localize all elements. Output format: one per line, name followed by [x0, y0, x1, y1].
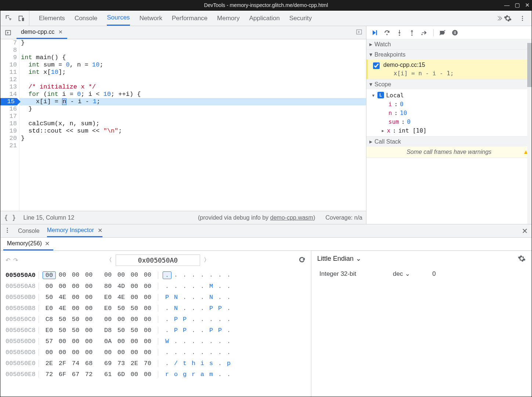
memory-ascii-char[interactable]: . — [207, 349, 216, 356]
breakpoints-header[interactable]: Breakpoints — [366, 50, 532, 59]
memory-byte[interactable]: 00 — [82, 305, 95, 312]
kebab-menu-icon[interactable] — [519, 15, 526, 22]
memory-byte[interactable]: 00 — [82, 349, 95, 356]
memory-byte[interactable]: 61 — [101, 371, 115, 378]
memory-byte[interactable]: 00 — [56, 338, 69, 345]
memory-ascii-char[interactable]: m — [207, 371, 216, 378]
memory-ascii-char[interactable]: . — [189, 338, 198, 345]
window-close-icon[interactable]: ✕ — [525, 2, 530, 8]
memory-byte[interactable]: 00 — [141, 371, 154, 378]
memory-ascii-char[interactable]: P — [163, 294, 171, 301]
scope-header[interactable]: Scope — [366, 79, 532, 89]
step-out-icon[interactable] — [408, 29, 416, 36]
memory-byte[interactable]: 00 — [82, 271, 95, 279]
memory-ascii-char[interactable]: . — [207, 316, 216, 323]
memory-ascii-char[interactable]: h — [189, 360, 198, 367]
memory-ascii-char[interactable]: . — [163, 271, 171, 279]
memory-row[interactable]: 005050C0C850500000000000.PP..... — [6, 314, 306, 325]
memory-ascii-char[interactable]: . — [216, 316, 224, 323]
memory-ascii-char[interactable]: . — [216, 349, 224, 356]
memory-ascii-char[interactable]: P — [207, 327, 216, 334]
memory-byte[interactable]: 00 — [82, 327, 95, 334]
sidebar-scrollbar[interactable] — [527, 39, 532, 224]
line-number[interactable]: 14 — [0, 91, 17, 98]
memory-ascii-char[interactable]: . — [198, 283, 207, 290]
memory-byte[interactable]: 50 — [56, 316, 69, 323]
memory-byte[interactable]: 00 — [101, 316, 115, 323]
memory-byte[interactable]: 00 — [128, 371, 141, 378]
memory-ascii-char[interactable]: P — [171, 327, 180, 334]
memory-ascii-char[interactable]: . — [180, 283, 189, 290]
memory-byte[interactable]: 00 — [69, 349, 82, 356]
step-over-icon[interactable] — [383, 29, 391, 36]
line-number[interactable]: 17 — [0, 113, 17, 120]
window-minimize-icon[interactable]: — — [504, 2, 510, 8]
memory-ascii-char[interactable]: . — [198, 271, 207, 279]
page-next-icon[interactable]: 〉 — [204, 256, 210, 264]
memory-ascii-char[interactable]: N — [171, 305, 180, 312]
memory-ascii-char[interactable]: . — [224, 371, 233, 378]
memory-byte[interactable]: 50 — [128, 327, 141, 334]
memory-ascii-char[interactable]: . — [216, 371, 224, 378]
code-line[interactable]: std::cout << sum << "\n"; — [19, 127, 366, 135]
memory-byte[interactable]: 2E — [128, 360, 141, 367]
memory-byte[interactable]: 50 — [115, 305, 128, 312]
memory-row[interactable]: 005050B8E04E0000E0505000.N...PP. — [6, 303, 306, 314]
tab-application[interactable]: Application — [249, 11, 280, 26]
memory-byte[interactable]: 50 — [115, 327, 128, 334]
memory-ascii-char[interactable]: a — [198, 371, 207, 378]
memory-ascii-char[interactable]: . — [189, 316, 198, 323]
memory-ascii-char[interactable]: . — [224, 327, 233, 334]
line-number[interactable]: 18 — [0, 120, 17, 127]
pretty-print-icon[interactable]: { } — [4, 214, 16, 221]
line-number[interactable]: 7 — [0, 39, 17, 47]
code-line[interactable]: x[i] = n - i - 1; — [19, 98, 366, 105]
run-snippet-icon[interactable] — [356, 29, 362, 37]
memory-byte[interactable]: 50 — [43, 294, 56, 301]
memory-ascii-char[interactable]: . — [198, 338, 207, 345]
inspect-element-icon[interactable] — [5, 14, 13, 22]
memory-ascii-char[interactable]: p — [224, 360, 233, 367]
tab-console[interactable]: Console — [75, 11, 97, 26]
memory-ascii-char[interactable]: . — [163, 316, 171, 323]
memory-ascii-char[interactable]: P — [171, 316, 180, 323]
line-number[interactable]: 8 — [0, 47, 17, 54]
memory-byte[interactable]: 50 — [56, 327, 69, 334]
memory-ascii-char[interactable]: M — [207, 283, 216, 290]
drawer-close-icon[interactable]: ✕ — [522, 227, 528, 235]
code-line[interactable]: } — [19, 105, 366, 113]
memory-byte[interactable]: 00 — [69, 294, 82, 301]
memory-ascii-char[interactable]: . — [198, 327, 207, 334]
memory-ascii-char[interactable]: P — [180, 316, 189, 323]
memory-byte[interactable]: 00 — [141, 338, 154, 345]
scope-item[interactable]: i: 0 — [381, 100, 532, 108]
memory-byte[interactable]: 00 — [82, 316, 95, 323]
memory-byte[interactable]: 00 — [82, 338, 95, 345]
settings-gear-icon[interactable] — [518, 255, 526, 263]
window-maximize-icon[interactable]: ▢ — [515, 2, 520, 8]
file-tab-demo-cpp[interactable]: demo-cpp.cc ✕ — [17, 26, 67, 39]
memory-ascii-char[interactable]: N — [171, 294, 180, 301]
code-line[interactable] — [19, 76, 366, 83]
memory-byte[interactable]: 50 — [69, 316, 82, 323]
memory-byte[interactable]: 00 — [69, 338, 82, 345]
memory-ascii-char[interactable]: . — [216, 360, 224, 367]
memory-ascii-char[interactable]: . — [189, 283, 198, 290]
memory-byte[interactable]: 00 — [141, 294, 154, 301]
code-line[interactable]: /* initialize x */ — [19, 83, 366, 91]
watch-header[interactable]: Watch — [366, 39, 532, 49]
memory-ascii-char[interactable]: . — [224, 305, 233, 312]
memory-ascii-char[interactable]: . — [224, 294, 233, 301]
memory-ascii-char[interactable]: . — [207, 271, 216, 279]
line-number[interactable]: 21 — [0, 142, 17, 149]
memory-ascii-char[interactable]: s — [207, 360, 216, 367]
code-line[interactable]: int x[10]; — [19, 69, 366, 76]
memory-ascii-char[interactable]: . — [180, 294, 189, 301]
value-format-selector[interactable]: dec ⌄ — [393, 270, 410, 278]
memory-ascii-char[interactable]: . — [171, 338, 180, 345]
pause-on-exceptions-icon[interactable] — [451, 29, 459, 36]
close-icon[interactable]: ✕ — [45, 240, 50, 247]
memory-byte[interactable]: 4E — [56, 294, 69, 301]
memory-byte[interactable]: 00 — [43, 271, 56, 279]
memory-ascii-char[interactable]: . — [224, 349, 233, 356]
